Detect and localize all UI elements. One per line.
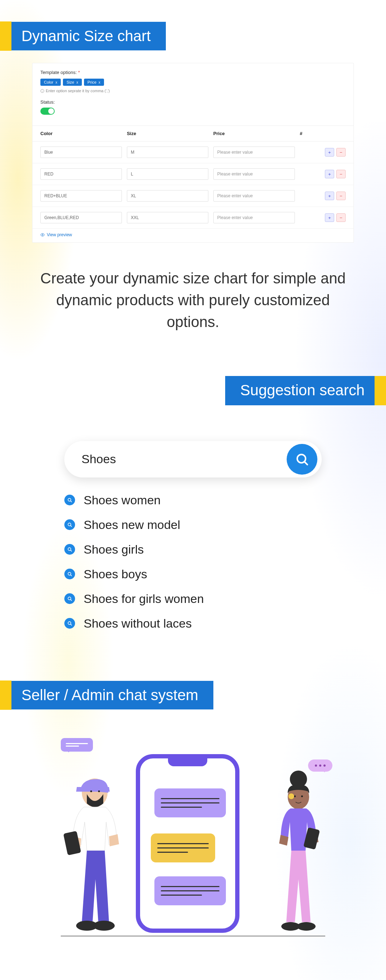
- tag-color[interactable]: Colorx: [40, 79, 61, 86]
- svg-point-23: [93, 921, 115, 931]
- phone-illustration: [136, 754, 240, 933]
- color-input[interactable]: Green,BLUE,RED: [40, 212, 122, 223]
- remove-tag-icon[interactable]: x: [76, 80, 78, 84]
- svg-point-3: [42, 234, 43, 235]
- suggestion-item[interactable]: Shoes girls: [64, 542, 322, 557]
- color-input[interactable]: Blue: [40, 146, 122, 158]
- message-bubble-icon: [154, 788, 226, 818]
- tag-size[interactable]: Sizex: [63, 79, 81, 86]
- svg-point-31: [297, 922, 316, 931]
- suggestion-icon: [64, 495, 75, 505]
- section-description: Create your dynamic size chart for simpl…: [36, 268, 350, 333]
- suggestion-text: Shoes new model: [84, 518, 180, 532]
- remove-tag-icon[interactable]: x: [56, 80, 57, 84]
- svg-line-7: [70, 501, 71, 502]
- suggestion-item[interactable]: Shoes for girls women: [64, 592, 322, 606]
- suggestion-text: Shoes women: [84, 493, 160, 507]
- suggestion-icon: [64, 569, 75, 579]
- search-icon: [67, 522, 73, 528]
- table-row: RED L Please enter value + −: [33, 163, 353, 185]
- svg-line-5: [305, 461, 307, 464]
- col-color: Color: [40, 131, 122, 136]
- section-header-dynamic-size-chart: Dynamic Size chart: [0, 21, 166, 51]
- suggestion-icon: [64, 593, 75, 604]
- suggestion-item[interactable]: Shoes without laces: [64, 617, 322, 630]
- price-input[interactable]: Please enter value: [213, 168, 295, 180]
- svg-point-28: [288, 794, 294, 799]
- accent-stripe: [0, 21, 11, 51]
- remove-row-button[interactable]: −: [336, 213, 346, 222]
- size-input[interactable]: M: [127, 146, 208, 158]
- svg-point-26: [294, 795, 296, 797]
- col-price: Price: [213, 131, 295, 136]
- message-bubble-icon: [151, 834, 215, 862]
- eye-icon: [40, 233, 44, 237]
- col-action: #: [300, 131, 346, 136]
- size-input[interactable]: L: [127, 168, 208, 180]
- svg-line-15: [70, 600, 71, 601]
- suggestion-icon: [64, 519, 75, 530]
- search-button[interactable]: [287, 444, 318, 475]
- template-options-label: Template options: *: [40, 70, 346, 75]
- svg-line-11: [70, 550, 71, 552]
- section-title: Dynamic Size chart: [11, 22, 166, 50]
- chat-illustration: [57, 740, 329, 947]
- table-row: RED+BLUE XL Please enter value + −: [33, 185, 353, 207]
- table-row: Blue M Please enter value + −: [33, 142, 353, 163]
- section-header-chat-system: Seller / Admin chat system: [0, 681, 213, 710]
- size-chart-panel: Template options: * Colorx Sizex Pricex …: [32, 63, 354, 243]
- person-seller-illustration: [56, 765, 130, 936]
- add-row-button[interactable]: +: [325, 148, 334, 156]
- suggestion-icon: [64, 618, 75, 629]
- suggestion-item[interactable]: Shoes women: [64, 493, 322, 507]
- price-input[interactable]: Please enter value: [213, 212, 295, 223]
- message-bubble-icon: [154, 877, 226, 905]
- size-input[interactable]: XL: [127, 190, 208, 202]
- search-bar[interactable]: Shoes: [64, 441, 322, 477]
- view-preview-link[interactable]: View preview: [33, 229, 353, 242]
- remove-row-button[interactable]: −: [336, 192, 346, 200]
- search-icon: [67, 497, 73, 503]
- section-header-suggestion-search: Suggestion search: [0, 376, 386, 405]
- search-input[interactable]: Shoes: [81, 452, 287, 466]
- search-icon: [67, 571, 73, 577]
- suggestion-text: Shoes without laces: [84, 617, 192, 630]
- accent-stripe: [375, 376, 386, 405]
- suggestion-item[interactable]: Shoes boys: [64, 567, 322, 581]
- tag-price[interactable]: Pricex: [84, 79, 104, 86]
- section-title: Suggestion search: [225, 376, 375, 405]
- price-input[interactable]: Please enter value: [213, 146, 295, 158]
- col-size: Size: [127, 131, 208, 136]
- svg-point-27: [301, 795, 303, 797]
- svg-line-9: [70, 526, 71, 527]
- price-input[interactable]: Please enter value: [213, 190, 295, 202]
- search-icon: [67, 620, 73, 626]
- suggestions-list: Shoes women Shoes new model Shoes girls …: [64, 493, 322, 630]
- size-input[interactable]: XXL: [127, 212, 208, 223]
- status-label: Status:: [40, 99, 346, 105]
- hint-text: Enter option seprate it by comma (','): [40, 89, 346, 93]
- info-icon: [40, 89, 44, 93]
- svg-line-13: [70, 575, 71, 576]
- status-toggle[interactable]: [40, 108, 55, 115]
- table-header: Color Size Price #: [33, 126, 353, 142]
- table-row: Green,BLUE,RED XXL Please enter value + …: [33, 207, 353, 229]
- add-row-button[interactable]: +: [325, 170, 334, 178]
- section-title: Seller / Admin chat system: [11, 681, 213, 710]
- search-icon: [295, 452, 309, 466]
- suggestion-item[interactable]: Shoes new model: [64, 518, 322, 532]
- add-row-button[interactable]: +: [325, 213, 334, 222]
- suggestion-text: Shoes for girls women: [84, 592, 204, 606]
- suggestion-icon: [64, 544, 75, 555]
- svg-point-19: [91, 790, 92, 792]
- color-input[interactable]: RED: [40, 168, 122, 180]
- remove-tag-icon[interactable]: x: [98, 80, 100, 84]
- remove-row-button[interactable]: −: [336, 170, 346, 178]
- search-icon: [67, 596, 73, 601]
- suggestion-text: Shoes boys: [84, 567, 147, 581]
- color-input[interactable]: RED+BLUE: [40, 190, 122, 202]
- add-row-button[interactable]: +: [325, 192, 334, 200]
- search-icon: [67, 546, 73, 552]
- remove-row-button[interactable]: −: [336, 148, 346, 156]
- person-admin-illustration: [270, 768, 330, 936]
